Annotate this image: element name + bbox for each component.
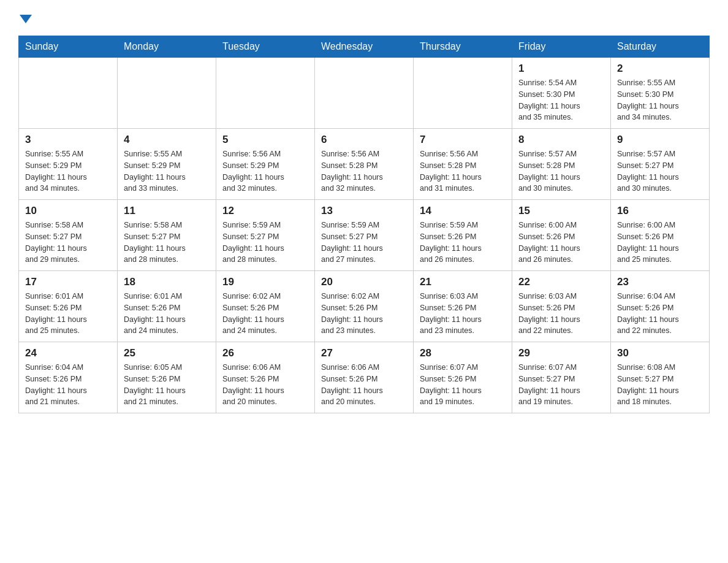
day-info: Sunrise: 5:59 AM Sunset: 5:27 PM Dayligh… — [321, 220, 407, 266]
day-header-tuesday: Tuesday — [216, 36, 315, 58]
calendar-table: SundayMondayTuesdayWednesdayThursdayFrid… — [18, 36, 710, 413]
day-info: Sunrise: 5:54 AM Sunset: 5:30 PM Dayligh… — [518, 77, 604, 123]
calendar-cell: 9Sunrise: 5:57 AM Sunset: 5:27 PM Daylig… — [611, 129, 710, 200]
day-number: 16 — [617, 205, 703, 217]
day-header-thursday: Thursday — [414, 36, 512, 58]
day-number: 28 — [420, 347, 506, 359]
day-info: Sunrise: 6:06 AM Sunset: 5:26 PM Dayligh… — [222, 362, 308, 408]
day-number: 29 — [518, 347, 604, 359]
calendar-cell: 8Sunrise: 5:57 AM Sunset: 5:28 PM Daylig… — [512, 129, 611, 200]
day-number: 25 — [124, 347, 210, 359]
day-info: Sunrise: 6:03 AM Sunset: 5:26 PM Dayligh… — [420, 291, 506, 337]
day-info: Sunrise: 6:02 AM Sunset: 5:26 PM Dayligh… — [222, 291, 308, 337]
calendar-cell: 12Sunrise: 5:59 AM Sunset: 5:27 PM Dayli… — [216, 200, 315, 271]
calendar-cell: 1Sunrise: 5:54 AM Sunset: 5:30 PM Daylig… — [512, 58, 611, 129]
calendar-cell: 19Sunrise: 6:02 AM Sunset: 5:26 PM Dayli… — [216, 271, 315, 342]
day-info: Sunrise: 6:00 AM Sunset: 5:26 PM Dayligh… — [518, 220, 604, 266]
day-number: 5 — [222, 134, 308, 146]
calendar-cell: 3Sunrise: 5:55 AM Sunset: 5:29 PM Daylig… — [19, 129, 118, 200]
day-header-wednesday: Wednesday — [315, 36, 414, 58]
day-number: 20 — [321, 276, 407, 288]
day-number: 30 — [617, 347, 703, 359]
day-info: Sunrise: 5:56 AM Sunset: 5:29 PM Dayligh… — [222, 148, 308, 194]
calendar-cell: 14Sunrise: 5:59 AM Sunset: 5:26 PM Dayli… — [414, 200, 512, 271]
day-number: 11 — [124, 205, 210, 217]
day-info: Sunrise: 6:01 AM Sunset: 5:26 PM Dayligh… — [124, 291, 210, 337]
day-header-friday: Friday — [512, 36, 611, 58]
days-header-row: SundayMondayTuesdayWednesdayThursdayFrid… — [19, 36, 710, 58]
day-info: Sunrise: 6:07 AM Sunset: 5:26 PM Dayligh… — [420, 362, 506, 408]
calendar-cell: 27Sunrise: 6:06 AM Sunset: 5:26 PM Dayli… — [315, 342, 414, 413]
calendar-cell: 11Sunrise: 5:58 AM Sunset: 5:27 PM Dayli… — [118, 200, 216, 271]
day-info: Sunrise: 6:08 AM Sunset: 5:27 PM Dayligh… — [617, 362, 703, 408]
day-info: Sunrise: 5:56 AM Sunset: 5:28 PM Dayligh… — [321, 148, 407, 194]
calendar-cell: 5Sunrise: 5:56 AM Sunset: 5:29 PM Daylig… — [216, 129, 315, 200]
day-info: Sunrise: 5:59 AM Sunset: 5:27 PM Dayligh… — [222, 220, 308, 266]
day-info: Sunrise: 6:00 AM Sunset: 5:26 PM Dayligh… — [617, 220, 703, 266]
week-row-5: 24Sunrise: 6:04 AM Sunset: 5:26 PM Dayli… — [19, 342, 710, 413]
day-info: Sunrise: 6:03 AM Sunset: 5:26 PM Dayligh… — [518, 291, 604, 337]
calendar-cell: 13Sunrise: 5:59 AM Sunset: 5:27 PM Dayli… — [315, 200, 414, 271]
calendar-cell — [118, 58, 216, 129]
calendar-cell: 16Sunrise: 6:00 AM Sunset: 5:26 PM Dayli… — [611, 200, 710, 271]
day-number: 7 — [420, 134, 506, 146]
day-number: 3 — [25, 134, 111, 146]
day-header-saturday: Saturday — [611, 36, 710, 58]
day-info: Sunrise: 5:58 AM Sunset: 5:27 PM Dayligh… — [25, 220, 111, 266]
day-info: Sunrise: 6:06 AM Sunset: 5:26 PM Dayligh… — [321, 362, 407, 408]
calendar-cell: 22Sunrise: 6:03 AM Sunset: 5:26 PM Dayli… — [512, 271, 611, 342]
day-header-monday: Monday — [118, 36, 216, 58]
logo — [18, 12, 32, 23]
day-number: 14 — [420, 205, 506, 217]
day-info: Sunrise: 5:56 AM Sunset: 5:28 PM Dayligh… — [420, 148, 506, 194]
day-number: 24 — [25, 347, 111, 359]
day-info: Sunrise: 5:57 AM Sunset: 5:28 PM Dayligh… — [518, 148, 604, 194]
day-number: 10 — [25, 205, 111, 217]
day-number: 17 — [25, 276, 111, 288]
calendar-cell: 17Sunrise: 6:01 AM Sunset: 5:26 PM Dayli… — [19, 271, 118, 342]
day-info: Sunrise: 5:59 AM Sunset: 5:26 PM Dayligh… — [420, 220, 506, 266]
calendar-cell: 4Sunrise: 5:55 AM Sunset: 5:29 PM Daylig… — [118, 129, 216, 200]
day-number: 18 — [124, 276, 210, 288]
calendar-cell — [414, 58, 512, 129]
day-number: 22 — [518, 276, 604, 288]
day-info: Sunrise: 6:04 AM Sunset: 5:26 PM Dayligh… — [25, 362, 111, 408]
calendar-cell: 2Sunrise: 5:55 AM Sunset: 5:30 PM Daylig… — [611, 58, 710, 129]
week-row-2: 3Sunrise: 5:55 AM Sunset: 5:29 PM Daylig… — [19, 129, 710, 200]
day-number: 21 — [420, 276, 506, 288]
day-number: 2 — [617, 63, 703, 75]
calendar-cell: 25Sunrise: 6:05 AM Sunset: 5:26 PM Dayli… — [118, 342, 216, 413]
day-info: Sunrise: 6:07 AM Sunset: 5:27 PM Dayligh… — [518, 362, 604, 408]
day-number: 9 — [617, 134, 703, 146]
day-number: 4 — [124, 134, 210, 146]
day-number: 13 — [321, 205, 407, 217]
calendar-cell: 6Sunrise: 5:56 AM Sunset: 5:28 PM Daylig… — [315, 129, 414, 200]
calendar-cell: 10Sunrise: 5:58 AM Sunset: 5:27 PM Dayli… — [19, 200, 118, 271]
day-number: 27 — [321, 347, 407, 359]
day-number: 8 — [518, 134, 604, 146]
calendar-cell: 23Sunrise: 6:04 AM Sunset: 5:26 PM Dayli… — [611, 271, 710, 342]
day-info: Sunrise: 5:55 AM Sunset: 5:29 PM Dayligh… — [124, 148, 210, 194]
calendar-cell — [216, 58, 315, 129]
page-header — [18, 12, 710, 23]
calendar-cell: 15Sunrise: 6:00 AM Sunset: 5:26 PM Dayli… — [512, 200, 611, 271]
day-number: 6 — [321, 134, 407, 146]
week-row-3: 10Sunrise: 5:58 AM Sunset: 5:27 PM Dayli… — [19, 200, 710, 271]
calendar-cell: 24Sunrise: 6:04 AM Sunset: 5:26 PM Dayli… — [19, 342, 118, 413]
day-info: Sunrise: 6:04 AM Sunset: 5:26 PM Dayligh… — [617, 291, 703, 337]
day-number: 1 — [518, 63, 604, 75]
calendar-cell: 20Sunrise: 6:02 AM Sunset: 5:26 PM Dayli… — [315, 271, 414, 342]
day-number: 15 — [518, 205, 604, 217]
day-info: Sunrise: 5:55 AM Sunset: 5:29 PM Dayligh… — [25, 148, 111, 194]
day-number: 19 — [222, 276, 308, 288]
logo-arrow-icon — [20, 15, 32, 23]
week-row-1: 1Sunrise: 5:54 AM Sunset: 5:30 PM Daylig… — [19, 58, 710, 129]
calendar-cell: 21Sunrise: 6:03 AM Sunset: 5:26 PM Dayli… — [414, 271, 512, 342]
day-number: 12 — [222, 205, 308, 217]
calendar-cell: 26Sunrise: 6:06 AM Sunset: 5:26 PM Dayli… — [216, 342, 315, 413]
day-info: Sunrise: 6:02 AM Sunset: 5:26 PM Dayligh… — [321, 291, 407, 337]
day-info: Sunrise: 5:57 AM Sunset: 5:27 PM Dayligh… — [617, 148, 703, 194]
day-info: Sunrise: 5:55 AM Sunset: 5:30 PM Dayligh… — [617, 77, 703, 123]
day-info: Sunrise: 5:58 AM Sunset: 5:27 PM Dayligh… — [124, 220, 210, 266]
calendar-cell: 29Sunrise: 6:07 AM Sunset: 5:27 PM Dayli… — [512, 342, 611, 413]
